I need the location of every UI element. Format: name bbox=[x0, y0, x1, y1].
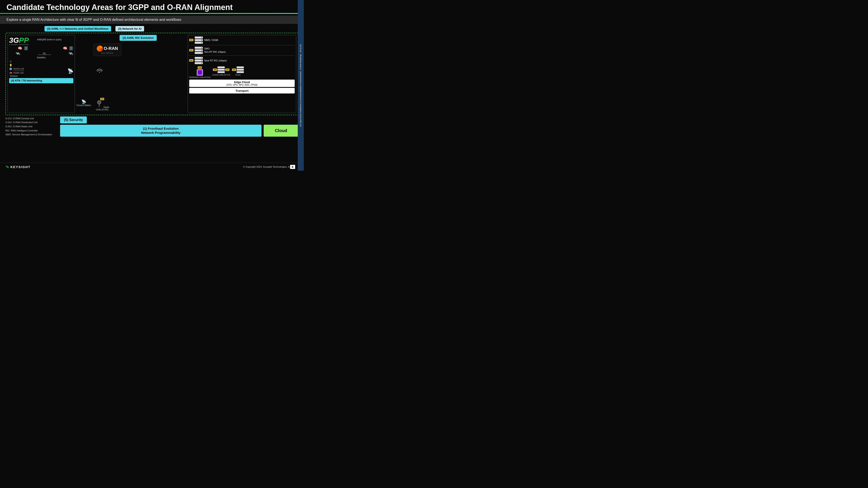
smo-row: SW SMO Non-RT RIC (r bbox=[189, 46, 295, 54]
vcore-label: vCore bbox=[235, 74, 241, 76]
fronthaul-line2: Network Programmability bbox=[64, 131, 257, 135]
threegpp-logo: 3GPP A GLOBAL INITIATIVE eNB/gNB (entire… bbox=[9, 36, 73, 45]
radio-units-node: SW ⟨⟩ Radio Units (O-RU) bbox=[94, 98, 111, 111]
glossary-item: O-RU: O-RAN Radio Unit bbox=[5, 125, 58, 129]
brain-icon-right: 🧠 bbox=[63, 46, 67, 50]
ntn-panel: 3GPP A GLOBAL INITIATIVE eNB/gNB (entire… bbox=[8, 35, 75, 113]
satellite-icon-2: 🛰️ bbox=[69, 51, 73, 56]
copyright-text: © Copyright 2024: Keysight Technologies,… bbox=[243, 165, 292, 168]
fronthaul-line1: (1) Fronthaul Evolution bbox=[64, 126, 257, 131]
subtitle-bar: Explore a single RAN Architecture with c… bbox=[0, 15, 304, 24]
mobile-icon: 📱 bbox=[9, 61, 12, 64]
ocu-node: SW SW Central Units (O-CU) bbox=[212, 66, 230, 76]
keysight-logo-text: KEYSIGHT bbox=[10, 165, 31, 169]
glossary-item: O-DU: O-RAN Distributed Unit bbox=[5, 120, 58, 125]
global-initiative: A GLOBAL INITIATIVE bbox=[9, 44, 29, 45]
green-divider bbox=[0, 13, 304, 14]
center-panel: 📡 Ground Station SW ⟨⟩ Radio Unit bbox=[76, 35, 186, 113]
sw-badge-smo: SW bbox=[189, 49, 193, 52]
oran-circle-logo bbox=[97, 45, 103, 52]
glossary-section: O-CU: O-RAN Central UnitO-DU: O-RAN Dist… bbox=[5, 117, 58, 137]
ocu-server-icon bbox=[217, 66, 225, 73]
aiml-ric-box: (2) AI/ML RIC Evolution bbox=[120, 35, 157, 41]
sidebar-text: 5G Open RAN Conference & Commercializati… bbox=[299, 42, 303, 128]
wifi-icon bbox=[96, 66, 103, 73]
nms-row: SW NMS / OAM bbox=[189, 36, 295, 44]
links-row: 📱 💡 ⚙️ 🚗 Service Link Feeder Link 📡 bbox=[9, 61, 73, 74]
brain-icon-left: 🧠 bbox=[18, 46, 22, 50]
ntn-interworking-box: (4) NTN / TN Interworking bbox=[9, 78, 73, 83]
right-sidebar: 5G Open RAN Conference & Commercializati… bbox=[298, 0, 304, 171]
cloud-box: Cloud bbox=[264, 125, 299, 137]
title-bar: Candidate Technology Areas for 3GPP and … bbox=[0, 0, 304, 13]
enb-gnb-label: eNB/gNB (entire or parts) bbox=[37, 37, 62, 41]
feeder-link-label: Feeder Link bbox=[13, 72, 24, 74]
glossary-item: O-CU: O-RAN Central Unit bbox=[5, 117, 58, 121]
svg-point-1 bbox=[98, 101, 100, 103]
odu-label: Distributed Units (O-DU) bbox=[189, 76, 211, 78]
page-title: Candidate Technology Areas for 3GPP and … bbox=[6, 3, 297, 12]
ai-ml-networks-label: (3) AI/ML <-> Networks and Unified Workf… bbox=[44, 26, 111, 31]
sw-badge-vcore: SW bbox=[232, 69, 236, 71]
db-icon-left: 🗄️ bbox=[24, 46, 28, 50]
sw-badge-ric: SW bbox=[189, 59, 193, 62]
sw-badge-ru: SW bbox=[100, 98, 104, 100]
near-rt-ric-row: SW Near RT RIC (xApps) bbox=[189, 57, 295, 64]
service-link-label: Service Link bbox=[13, 68, 24, 70]
smo-label-line1: SMO bbox=[204, 47, 226, 50]
oran-logo-box: O-RAN ALLIANCE bbox=[94, 43, 121, 56]
right-panel: SW NMS / OAM bbox=[188, 35, 296, 113]
glossary-item: RIC: RAN Intelligent Controller bbox=[5, 129, 58, 133]
svg-point-4 bbox=[99, 72, 100, 73]
odu-chip-icon bbox=[197, 69, 203, 75]
ru-antenna-icon: ⟨⟩ bbox=[95, 100, 103, 108]
nms-oam-label: NMS / OAM bbox=[204, 39, 218, 42]
satellite-icon-1: 🛰️ bbox=[16, 51, 21, 56]
ntn-icons-row: 🧠 🗄️ 🧠 🗄️ bbox=[9, 46, 73, 50]
glossary-item: SMO: Service Management & Orchestration bbox=[5, 132, 58, 137]
ric-server-icon bbox=[195, 57, 203, 64]
du-cu-row: SW Distributed Units (O-DU) SW bbox=[189, 66, 295, 78]
transport-label: Transport bbox=[236, 89, 248, 92]
oran-text: O-RAN bbox=[104, 46, 118, 51]
vcore-node: SW vCore bbox=[232, 66, 244, 76]
edge-cloud-title: Edge Cloud bbox=[191, 80, 293, 84]
antenna-icon: 📡 bbox=[67, 68, 73, 74]
sw-badge-odu: SW bbox=[198, 66, 202, 69]
footer-bar: ∿ KEYSIGHT © Copyright 2024: Keysight Te… bbox=[0, 163, 297, 171]
ocu-label: Central Units (O-CU) bbox=[212, 74, 230, 76]
near-rt-ric-label: Near RT RIC (xApps) bbox=[204, 59, 227, 62]
threegpp-text: 3GPP bbox=[9, 36, 29, 44]
edge-cloud-box: Edge Cloud (CPU, GPU, NPU, ASIC, FPGA) bbox=[189, 79, 295, 87]
satellites-label: Satellites bbox=[9, 56, 73, 59]
satellites-row: 🛰️ ISL 🛰️ bbox=[9, 51, 73, 56]
gs-icon: 📡 bbox=[76, 99, 91, 104]
glossary-list: O-CU: O-RAN Central UnitO-DU: O-RAN Dist… bbox=[5, 117, 58, 137]
bottom-right-section: (5) Security (1) Fronthaul Evolution Net… bbox=[60, 117, 299, 137]
top-labels-row: (3) AI/ML <-> Networks and Unified Workf… bbox=[5, 26, 299, 31]
signal-icon bbox=[96, 66, 103, 74]
transport-box: Transport bbox=[189, 88, 295, 94]
keysight-logo: ∿ KEYSIGHT bbox=[5, 164, 31, 169]
wind-icon: 💡 bbox=[9, 64, 12, 67]
isl-label: ISL bbox=[43, 52, 46, 55]
bottom-section: O-CU: O-RAN Central UnitO-DU: O-RAN Dist… bbox=[5, 117, 299, 137]
main-area: (3) AI/ML <-> Networks and Unified Workf… bbox=[0, 26, 304, 137]
devices-label: Devices bbox=[10, 75, 73, 77]
vcore-server-icon bbox=[237, 66, 244, 73]
sw-badge-ocu-right: SW bbox=[225, 69, 229, 71]
ground-station-label: 📡 Ground Station bbox=[76, 99, 91, 106]
sw-badge-ocu-left: SW bbox=[213, 69, 217, 71]
oran-alliance-text: ALLIANCE bbox=[97, 52, 118, 54]
page-number: 6 bbox=[290, 165, 295, 169]
odu-node: SW Distributed Units (O-DU) bbox=[189, 66, 211, 78]
security-box: (5) Security bbox=[60, 117, 87, 123]
svg-text:⟨⟩: ⟨⟩ bbox=[99, 107, 100, 108]
car-icon: 🚗 bbox=[9, 71, 12, 74]
svg-point-0 bbox=[97, 101, 101, 104]
nms-server-icon bbox=[195, 36, 203, 44]
fronthaul-box: (1) Fronthaul Evolution Network Programm… bbox=[60, 125, 261, 137]
network-for-ai-label: (3) Network for AI bbox=[116, 26, 144, 31]
smo-server-icon bbox=[195, 46, 203, 54]
smo-label-line2: Non-RT RIC (rApps) bbox=[204, 50, 226, 53]
